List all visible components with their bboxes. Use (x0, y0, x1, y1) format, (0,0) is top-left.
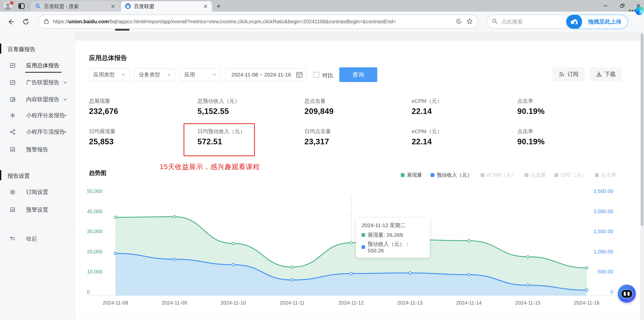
metric-label: 点击率 (517, 97, 608, 105)
chevron-down-icon (63, 80, 67, 85)
svg-text:2024-11-16: 2024-11-16 (574, 300, 599, 306)
download-button[interactable]: 下载 (590, 67, 622, 81)
download-label: 下载 (605, 70, 616, 78)
scrollbar-thumb[interactable] (641, 33, 643, 226)
app-type-value: 应用类型 (93, 71, 115, 78)
highlight-red-box (184, 123, 255, 156)
metric-label: eCPM（元） (412, 97, 503, 105)
tab-close-icon[interactable]: ✕ (203, 4, 208, 9)
metric-daily-3: 日均点击量23,317 (304, 128, 395, 146)
subscribe-button[interactable]: 订阅 (552, 67, 585, 81)
sidebar-divider (0, 228, 75, 228)
sidebar-item-5[interactable]: 小程序引流报告 (0, 126, 75, 137)
sidebar-settings-item-1[interactable]: 订阅设置 (0, 187, 75, 198)
svg-text:2,500.00: 2,500.00 (593, 189, 613, 194)
svg-text:2024-11-08: 2024-11-08 (103, 300, 128, 306)
sidebar-item-3[interactable]: 内容联盟报告 (0, 94, 75, 105)
metrics-row-divider (83, 122, 633, 123)
svg-text:50,000: 50,000 (87, 189, 102, 194)
sidebar-item-label: 预警报告 (26, 146, 48, 153)
app-type-select[interactable]: 应用类型 (89, 68, 129, 81)
date-range-value: 2024-11-08 ~ 2024-11-16 (231, 72, 291, 78)
svg-text:2,000.00: 2,000.00 (593, 209, 613, 214)
new-tab-button[interactable]: + (216, 2, 221, 11)
chart-legend: 展现量预估收入（元）eCPM（元）点击量CPC（元）点击率 (401, 172, 616, 178)
sidebar-item-4[interactable]: 小程序分发报告 (0, 110, 75, 121)
sidebar-item-6[interactable]: 预警报告 (0, 144, 75, 155)
tab-baidu-union-search[interactable]: 百度联盟 - 搜索 ✕ (31, 1, 119, 12)
back-button[interactable] (6, 17, 16, 27)
legend-item-1[interactable]: 展现量 (401, 172, 422, 178)
metric-total-4: eCPM（元）22.14 (412, 97, 503, 116)
tab-baidu-union[interactable]: 百度联盟 ✕ (121, 1, 212, 12)
sidebar-settings-item-2[interactable]: 预警设置 (0, 204, 75, 215)
compare-label: 对比 (322, 72, 333, 79)
netdisk-upload-label: 拖拽至此上传 (582, 18, 628, 26)
report-icon (10, 79, 16, 86)
legend-label: 点击量 (531, 172, 546, 178)
gear-icon (10, 189, 16, 195)
svg-text:2024-11-14: 2024-11-14 (456, 300, 482, 306)
biz-type-select[interactable]: 业务类型 (135, 68, 175, 81)
svg-text:0: 0 (87, 289, 90, 295)
metric-label: 日均展现量 (89, 128, 180, 135)
chevron-down-icon (63, 130, 67, 134)
legend-swatch (525, 173, 528, 177)
section-accent-bar (0, 170, 1, 180)
legend-label: eCPM（元） (487, 172, 516, 178)
url-bar[interactable]: https://union.baidu.com/bqt/appco.html#/… (38, 14, 478, 29)
netdisk-upload-button[interactable]: 拖拽至此上传 (566, 14, 628, 29)
rss-icon (559, 71, 565, 77)
sidebar-item-label: 广告联盟报告 (26, 79, 59, 86)
svg-text:10,000: 10,000 (87, 269, 102, 274)
chart-tooltip: 2024-11-12 星期二 展现量: 26,269预估收入（元）：550.26 (356, 218, 430, 258)
tab-close-icon[interactable]: ✕ (111, 4, 115, 9)
metric-total-1: 总展现量232,676 (89, 97, 180, 116)
sidebar-item-label: 小程序引流报告 (26, 128, 65, 136)
legend-item-4[interactable]: 点击量 (525, 172, 546, 178)
collapse-label: 收起 (26, 235, 37, 243)
legend-item-6[interactable]: 点击率 (595, 172, 616, 178)
query-button[interactable]: 查询 (339, 67, 377, 82)
vertical-tabs-icon[interactable] (18, 3, 25, 10)
search-placeholder: 点此搜索 (501, 18, 523, 25)
metric-value: 5,152.55 (197, 107, 288, 116)
legend-label: 展现量 (407, 172, 422, 178)
favorite-star-icon[interactable] (466, 18, 473, 26)
copilot-icon[interactable] (635, 7, 644, 15)
reading-mode-icon[interactable] (456, 18, 462, 26)
chevron-down-icon (122, 73, 125, 76)
restore-button[interactable] (614, 0, 630, 12)
sidebar-item-2[interactable]: 广告联盟报告 (0, 77, 75, 88)
legend-swatch (481, 173, 484, 177)
assistant-robot-button[interactable] (618, 285, 636, 303)
sidebar-collapse-button[interactable]: 收起 (0, 233, 75, 244)
url-text[interactable]: https://union.baidu.com/bqt/appco.html#/… (53, 19, 452, 25)
legend-swatch (401, 173, 405, 177)
tooltip-date: 2024-11-12 星期二 (362, 222, 424, 229)
avatar-body (5, 7, 11, 10)
search-icon (492, 18, 498, 25)
sidebar-item-1[interactable]: 应用总体报告 (0, 60, 75, 71)
sidebar-item-label: 内容联盟报告 (26, 96, 59, 103)
legend-item-2[interactable]: 预估收入（元） (431, 172, 472, 178)
metric-label: 总预估收入（元） (197, 97, 288, 105)
tabstrip-divider (28, 3, 28, 9)
quick-search-box[interactable]: 点此搜索 (487, 14, 570, 29)
trend-chart[interactable]: 50,00040,00030,00020,00010,00002,500.002… (83, 189, 622, 310)
asterisk-icon (10, 112, 16, 118)
app-select[interactable]: 应用 (180, 68, 220, 81)
robot-visor (621, 290, 632, 298)
minimize-button[interactable] (598, 0, 613, 12)
legend-item-5[interactable]: CPC（元） (554, 172, 586, 178)
svg-text:2024-11-09: 2024-11-09 (162, 300, 187, 306)
date-range-picker[interactable]: 2024-11-08 ~ 2024-11-16 (226, 68, 306, 81)
svg-text:2024-11-11: 2024-11-11 (280, 300, 305, 306)
legend-item-3[interactable]: eCPM（元） (481, 172, 516, 178)
metric-total-2: 总预估收入（元）5,152.55 (197, 97, 288, 116)
legend-label: 点击率 (601, 172, 616, 178)
alert-icon (10, 207, 16, 213)
lock-icon (43, 18, 49, 25)
compare-checkbox[interactable] (314, 72, 319, 78)
refresh-button[interactable] (21, 17, 31, 27)
